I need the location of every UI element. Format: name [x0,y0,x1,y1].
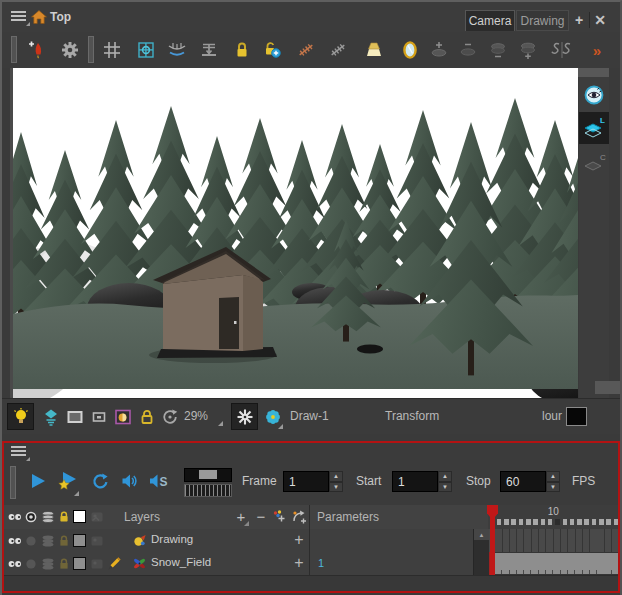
scrollbar-corner[interactable] [578,68,609,77]
layer-row-drawing[interactable]: Drawing + [4,529,618,553]
thumbnail-toggle-icon[interactable] [89,556,104,571]
layer-row-snow-field[interactable]: Snow_Field + 1 [4,552,618,576]
render-preview-button[interactable] [38,403,64,430]
layer-colour-swatch[interactable] [72,533,87,548]
ruler-tick[interactable] [519,519,524,525]
remove-layer-button[interactable] [455,35,481,65]
settings-gear-icon[interactable] [57,35,83,65]
timeline-ruler[interactable]: 10 [488,505,618,529]
slider-handle[interactable] [199,470,217,479]
lock-add-button[interactable] [259,35,285,65]
start-input[interactable] [392,471,438,492]
layer-expand-button[interactable]: + [290,553,308,573]
ruler-tick[interactable] [570,519,575,525]
timeline-menu-button[interactable] [11,446,26,458]
playback-toolbar-handle[interactable] [10,466,16,499]
zoom-level[interactable]: 29% [184,409,208,423]
add-drawing-layer-button[interactable] [270,507,288,526]
lock-button[interactable] [229,35,255,65]
onion-skin-next-button[interactable] [325,35,351,65]
curve-editor-button[interactable] [549,35,575,65]
ruler-tick[interactable] [584,519,589,525]
ruler-tick[interactable] [548,519,553,525]
layer-visibility-icon[interactable] [7,533,22,548]
spin-up-icon[interactable]: ▲ [438,471,452,482]
toolbar-overflow-button[interactable]: » [586,35,608,65]
spin-down-icon[interactable]: ▼ [438,482,452,493]
tab-drawing[interactable]: Drawing [516,10,569,31]
ruler-tick[interactable] [592,519,597,525]
onion-skin-previous-button[interactable] [293,35,319,65]
layer-name[interactable]: Drawing [151,533,193,545]
add-peg-button[interactable] [290,507,308,526]
reset-view-button[interactable] [157,403,183,430]
thumbnail-column-icon[interactable] [89,509,104,524]
layer-visibility-icon[interactable] [7,556,22,571]
render-play-button[interactable] [56,469,80,493]
ruler-tick[interactable] [555,519,560,525]
slider-track[interactable] [184,468,232,482]
playback-speed-slider[interactable] [184,468,232,496]
spin-down-icon[interactable]: ▼ [329,482,343,493]
add-layer-front-button[interactable] [426,35,452,65]
ruler-tick[interactable] [577,519,582,525]
drawing-layer-frames[interactable] [488,529,618,552]
snap-grid-button[interactable] [133,35,159,65]
ruler-tick[interactable] [563,519,568,525]
layer-camera-button[interactable]: C [579,148,609,178]
stop-input[interactable] [500,471,546,492]
layer-expand-button[interactable]: + [290,530,308,550]
solo-mode-icon[interactable] [23,509,38,524]
stop-spinner[interactable]: ▲▼ [546,471,560,492]
colour-swatch[interactable] [566,407,587,426]
layer-stack-icon[interactable] [40,509,55,524]
lock-all-icon[interactable] [56,509,71,524]
scrollbar-thumb[interactable] [595,381,620,394]
mirror-view-button[interactable] [397,35,423,65]
frame-spinner[interactable]: ▲▼ [329,471,343,492]
lock-toggle-icon[interactable] [56,556,71,571]
ruler-tick[interactable] [533,519,538,525]
add-drawing-layer-button[interactable] [23,35,49,65]
spin-up-icon[interactable]: ▲ [329,471,343,482]
sound-scrub-button[interactable]: S [147,469,171,493]
colour-column-swatch[interactable] [72,509,87,524]
home-icon[interactable] [30,8,48,26]
lock-toggle-icon[interactable] [56,533,71,548]
layer-name[interactable]: Snow_Field [151,556,211,568]
flatten-button[interactable] [196,35,222,65]
camera-mask-button[interactable] [86,403,112,430]
light-table-button[interactable] [361,35,387,65]
toolbar-handle[interactable] [11,36,17,63]
move-forward-button[interactable] [515,35,541,65]
move-backward-button[interactable] [485,35,511,65]
ruler-tick[interactable] [614,519,619,525]
preview-eye-button[interactable] [579,80,609,110]
antialias-toggle-button[interactable] [231,403,258,430]
safe-area-button[interactable] [62,403,88,430]
light-table-toggle-button[interactable] [7,403,34,430]
show-all-eyes-icon[interactable] [7,509,22,524]
frame-input[interactable] [283,471,329,492]
show-grid-button[interactable] [99,35,125,65]
stack-toggle-icon[interactable] [40,556,55,571]
loop-button[interactable] [88,469,112,493]
scroll-up-icon[interactable]: ▲ [474,529,489,540]
tab-camera[interactable]: Camera [465,10,515,31]
spin-down-icon[interactable]: ▼ [546,482,560,493]
ruler-tick[interactable] [599,519,604,525]
camera-stage[interactable] [13,68,578,398]
remove-layer-button[interactable]: − [252,507,270,526]
solo-toggle-icon[interactable] [23,533,38,548]
sound-button[interactable] [118,469,142,493]
add-view-button[interactable]: + [572,10,586,31]
start-spinner[interactable]: ▲▼ [438,471,452,492]
ruler-tick[interactable] [606,519,611,525]
play-button[interactable] [26,469,50,493]
close-view-button[interactable]: ✕ [592,10,608,31]
ruler-tick[interactable] [497,519,502,525]
stack-toggle-icon[interactable] [40,533,55,548]
matte-preview-button[interactable] [110,403,136,430]
toolbar-handle[interactable] [88,36,94,63]
ruler-tick[interactable] [526,519,531,525]
